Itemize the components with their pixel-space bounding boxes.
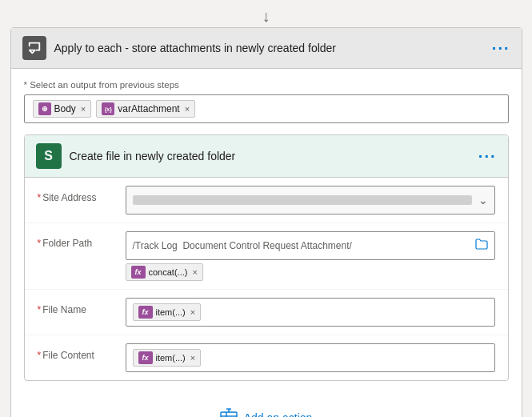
add-action-button[interactable]: Add an action xyxy=(24,392,509,417)
top-arrow: ↓ xyxy=(262,8,270,24)
var-attachment-token: {x} varAttachment × xyxy=(96,100,195,118)
select-output-section: * Select an output from previous steps ⊕… xyxy=(24,80,509,123)
add-action-icon xyxy=(220,408,238,417)
item-content-token-label: item(...) xyxy=(156,353,186,363)
arrow-down-icon: ↓ xyxy=(262,8,270,24)
file-content-field: fx item(...) × xyxy=(126,343,495,372)
concat-token-label: concat(...) xyxy=(149,267,188,277)
apply-to-each-card: Apply to each - store attachments in new… xyxy=(10,27,522,417)
item-name-fx-icon: fx xyxy=(138,306,153,319)
file-content-row: *File Content fx item(...) × xyxy=(25,335,508,380)
body-token: ⊕ Body × xyxy=(33,100,92,118)
file-name-field: fx item(...) × xyxy=(126,298,495,327)
folder-path-field: /Track Log Document Control Request Atta… xyxy=(126,231,495,281)
loop-svg xyxy=(27,41,42,55)
site-address-blurred-value xyxy=(133,195,472,205)
site-address-input[interactable]: ⌄ xyxy=(126,186,495,215)
file-name-row: *File Name fx item(...) × xyxy=(25,290,508,335)
folder-path-label: *Folder Path xyxy=(38,231,118,249)
select-output-label-text: * Select an output from previous steps xyxy=(24,80,179,90)
apply-to-each-title: Apply to each - store attachments in new… xyxy=(54,42,484,54)
create-file-card: S Create file in newly created folder ··… xyxy=(24,134,509,381)
item-content-token: fx item(...) × xyxy=(133,349,202,367)
body-token-close[interactable]: × xyxy=(81,104,86,114)
create-file-title: Create file in newly created folder xyxy=(70,150,470,162)
select-output-label: * Select an output from previous steps xyxy=(24,80,509,90)
create-file-header: S Create file in newly created folder ··… xyxy=(25,135,508,178)
folder-path-req: * xyxy=(38,238,42,249)
site-address-chevron-icon: ⌄ xyxy=(478,194,488,206)
concat-fx-icon: fx xyxy=(131,266,146,279)
folder-path-input[interactable]: /Track Log Document Control Request Atta… xyxy=(126,231,495,260)
item-content-token-close[interactable]: × xyxy=(190,353,195,363)
file-content-input[interactable]: fx item(...) × xyxy=(126,343,495,372)
site-address-field: ⌄ xyxy=(126,186,495,215)
file-name-input[interactable]: fx item(...) × xyxy=(126,298,495,327)
concat-token-close[interactable]: × xyxy=(192,267,197,277)
item-content-fx-icon: fx xyxy=(138,351,153,364)
file-name-label: *File Name xyxy=(38,298,118,315)
select-output-input[interactable]: ⊕ Body × {x} varAttachment × xyxy=(24,94,509,123)
loop-icon xyxy=(22,36,46,60)
folder-icon xyxy=(475,239,488,252)
folder-path-row: *Folder Path /Track Log Document Control… xyxy=(25,223,508,290)
body-token-label: Body xyxy=(54,103,76,114)
site-address-label: *Site Address xyxy=(38,186,118,203)
folder-path-text: /Track Log Document Control Request Atta… xyxy=(133,240,352,251)
add-action-label: Add an action xyxy=(244,411,313,418)
body-token-icon: ⊕ xyxy=(38,102,51,115)
item-name-token-label: item(...) xyxy=(156,307,186,317)
file-name-req: * xyxy=(38,304,42,315)
file-content-req: * xyxy=(38,350,42,361)
apply-to-each-menu-button[interactable]: ··· xyxy=(492,39,510,58)
item-name-token-close[interactable]: × xyxy=(190,307,195,317)
sharepoint-icon: S xyxy=(36,143,62,169)
create-file-body: *Site Address ⌄ *Folder Path xyxy=(25,178,508,380)
site-address-row: *Site Address ⌄ xyxy=(25,178,508,223)
create-file-menu-button[interactable]: ··· xyxy=(478,147,497,166)
var-attachment-token-close[interactable]: × xyxy=(185,104,190,114)
concat-token: fx concat(...) × xyxy=(126,263,203,281)
var-attachment-token-icon: {x} xyxy=(102,102,114,115)
file-content-label: *File Content xyxy=(38,343,118,361)
page-container: ↓ Apply to each - store attachments in n… xyxy=(10,8,522,417)
item-name-token: fx item(...) × xyxy=(133,303,202,321)
site-address-req: * xyxy=(38,192,42,203)
apply-to-each-header: Apply to each - store attachments in new… xyxy=(11,28,522,69)
apply-to-each-body: * Select an output from previous steps ⊕… xyxy=(11,69,522,417)
var-attachment-token-label: varAttachment xyxy=(118,103,179,114)
